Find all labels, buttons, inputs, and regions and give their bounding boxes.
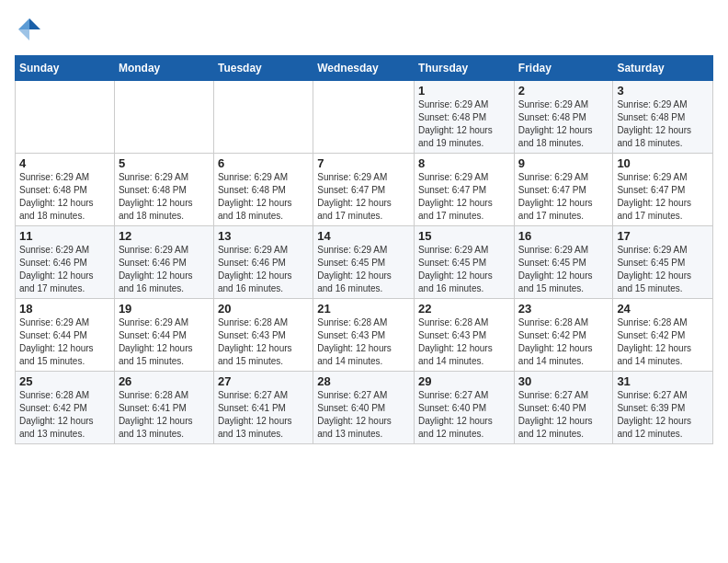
- daylight-label: Daylight: 12 hours: [418, 343, 493, 353]
- day-number: 22: [418, 302, 510, 316]
- day-number: 6: [218, 156, 309, 170]
- day-number: 7: [317, 156, 410, 170]
- day-number: 11: [19, 229, 110, 243]
- daylight-label: Daylight: 12 hours: [19, 198, 94, 208]
- daylight-minutes: and 13 minutes.: [218, 429, 283, 439]
- daylight-label: Daylight: 12 hours: [617, 198, 691, 208]
- daylight-minutes: and 16 minutes.: [418, 283, 483, 293]
- day-info: Sunrise: 6:29 AM Sunset: 6:46 PM Dayligh…: [119, 244, 210, 295]
- calendar-cell: 11 Sunrise: 6:29 AM Sunset: 6:46 PM Dayl…: [16, 226, 115, 299]
- daylight-label: Daylight: 12 hours: [518, 416, 593, 426]
- daylight-label: Daylight: 12 hours: [518, 198, 593, 208]
- calendar-cell: 14 Sunrise: 6:29 AM Sunset: 6:45 PM Dayl…: [313, 226, 415, 299]
- day-info: Sunrise: 6:29 AM Sunset: 6:44 PM Dayligh…: [119, 316, 210, 368]
- sunrise-label: Sunrise: 6:29 AM: [418, 245, 488, 255]
- calendar-cell: 18 Sunrise: 6:29 AM Sunset: 6:44 PM Dayl…: [16, 299, 115, 372]
- day-info: Sunrise: 6:29 AM Sunset: 6:48 PM Dayligh…: [518, 98, 609, 150]
- daylight-minutes: and 18 minutes.: [119, 211, 184, 221]
- sunset-label: Sunset: 6:48 PM: [19, 185, 87, 195]
- day-info: Sunrise: 6:29 AM Sunset: 6:45 PM Dayligh…: [518, 244, 609, 295]
- sunrise-label: Sunrise: 6:27 AM: [418, 390, 488, 400]
- daylight-minutes: and 15 minutes.: [19, 356, 85, 366]
- daylight-minutes: and 16 minutes.: [218, 283, 283, 293]
- sunrise-label: Sunrise: 6:28 AM: [218, 317, 288, 327]
- day-info: Sunrise: 6:29 AM Sunset: 6:48 PM Dayligh…: [218, 171, 309, 223]
- sunrise-label: Sunrise: 6:29 AM: [418, 99, 488, 109]
- weekday-header: Monday: [114, 56, 213, 81]
- calendar-cell: 31 Sunrise: 6:27 AM Sunset: 6:39 PM Dayl…: [613, 372, 713, 444]
- daylight-label: Daylight: 12 hours: [119, 416, 193, 426]
- calendar-cell: 20 Sunrise: 6:28 AM Sunset: 6:43 PM Dayl…: [213, 299, 313, 372]
- calendar-cell: [16, 81, 115, 154]
- day-info: Sunrise: 6:27 AM Sunset: 6:40 PM Dayligh…: [518, 389, 609, 441]
- daylight-minutes: and 19 minutes.: [418, 138, 483, 148]
- day-info: Sunrise: 6:29 AM Sunset: 6:48 PM Dayligh…: [19, 171, 110, 223]
- day-info: Sunrise: 6:28 AM Sunset: 6:42 PM Dayligh…: [19, 389, 110, 441]
- daylight-minutes: and 18 minutes.: [19, 211, 85, 221]
- day-number: 27: [218, 374, 309, 388]
- daylight-minutes: and 12 minutes.: [617, 429, 682, 439]
- calendar-cell: 29 Sunrise: 6:27 AM Sunset: 6:40 PM Dayl…: [415, 372, 515, 444]
- sunrise-label: Sunrise: 6:29 AM: [518, 245, 588, 255]
- logo: [15, 15, 48, 44]
- day-number: 18: [19, 302, 110, 316]
- daylight-minutes: and 13 minutes.: [19, 429, 85, 439]
- daylight-label: Daylight: 12 hours: [418, 125, 493, 135]
- sunrise-label: Sunrise: 6:28 AM: [19, 390, 89, 400]
- day-info: Sunrise: 6:29 AM Sunset: 6:45 PM Dayligh…: [617, 244, 709, 295]
- daylight-label: Daylight: 12 hours: [317, 198, 392, 208]
- page-header: [15, 15, 713, 44]
- sunset-label: Sunset: 6:46 PM: [218, 258, 286, 268]
- day-info: Sunrise: 6:28 AM Sunset: 6:42 PM Dayligh…: [518, 316, 609, 368]
- sunset-label: Sunset: 6:41 PM: [119, 403, 187, 413]
- daylight-minutes: and 17 minutes.: [418, 211, 483, 221]
- day-number: 8: [418, 156, 510, 170]
- day-info: Sunrise: 6:29 AM Sunset: 6:45 PM Dayligh…: [418, 244, 510, 295]
- day-info: Sunrise: 6:28 AM Sunset: 6:41 PM Dayligh…: [119, 389, 210, 441]
- sunset-label: Sunset: 6:47 PM: [617, 185, 685, 195]
- day-number: 30: [518, 374, 609, 388]
- weekday-header: Sunday: [16, 56, 115, 81]
- daylight-label: Daylight: 12 hours: [518, 125, 593, 135]
- daylight-minutes: and 17 minutes.: [518, 211, 584, 221]
- calendar-cell: 7 Sunrise: 6:29 AM Sunset: 6:47 PM Dayli…: [313, 154, 415, 226]
- daylight-minutes: and 15 minutes.: [218, 356, 283, 366]
- sunrise-label: Sunrise: 6:29 AM: [119, 317, 188, 327]
- day-info: Sunrise: 6:28 AM Sunset: 6:43 PM Dayligh…: [317, 316, 410, 368]
- daylight-minutes: and 12 minutes.: [418, 429, 483, 439]
- day-number: 20: [218, 302, 309, 316]
- sunset-label: Sunset: 6:41 PM: [218, 403, 286, 413]
- weekday-header: Thursday: [415, 56, 515, 81]
- calendar-cell: 28 Sunrise: 6:27 AM Sunset: 6:40 PM Dayl…: [313, 372, 415, 444]
- calendar-cell: 2 Sunrise: 6:29 AM Sunset: 6:48 PM Dayli…: [514, 81, 613, 154]
- sunset-label: Sunset: 6:47 PM: [518, 185, 586, 195]
- daylight-minutes: and 16 minutes.: [119, 283, 184, 293]
- sunset-label: Sunset: 6:47 PM: [317, 185, 385, 195]
- sunrise-label: Sunrise: 6:29 AM: [617, 99, 687, 109]
- sunset-label: Sunset: 6:42 PM: [19, 403, 87, 413]
- sunset-label: Sunset: 6:46 PM: [19, 258, 87, 268]
- day-number: 12: [119, 229, 210, 243]
- daylight-minutes: and 18 minutes.: [617, 138, 682, 148]
- sunset-label: Sunset: 6:45 PM: [418, 258, 486, 268]
- sunrise-label: Sunrise: 6:29 AM: [617, 172, 687, 182]
- sunrise-label: Sunrise: 6:28 AM: [518, 317, 588, 327]
- daylight-label: Daylight: 12 hours: [218, 198, 292, 208]
- sunset-label: Sunset: 6:43 PM: [418, 330, 486, 340]
- sunrise-label: Sunrise: 6:29 AM: [19, 172, 89, 182]
- day-info: Sunrise: 6:27 AM Sunset: 6:40 PM Dayligh…: [317, 389, 410, 441]
- daylight-minutes: and 18 minutes.: [218, 211, 283, 221]
- calendar-cell: 27 Sunrise: 6:27 AM Sunset: 6:41 PM Dayl…: [213, 372, 313, 444]
- sunrise-label: Sunrise: 6:29 AM: [418, 172, 488, 182]
- day-number: 29: [418, 374, 510, 388]
- sunrise-label: Sunrise: 6:29 AM: [317, 245, 387, 255]
- daylight-label: Daylight: 12 hours: [617, 125, 691, 135]
- calendar-cell: [313, 81, 415, 154]
- sunset-label: Sunset: 6:44 PM: [119, 330, 187, 340]
- daylight-minutes: and 17 minutes.: [617, 211, 682, 221]
- sunset-label: Sunset: 6:46 PM: [119, 258, 187, 268]
- day-number: 13: [218, 229, 309, 243]
- daylight-label: Daylight: 12 hours: [317, 416, 392, 426]
- daylight-label: Daylight: 12 hours: [418, 416, 493, 426]
- day-number: 10: [617, 156, 709, 170]
